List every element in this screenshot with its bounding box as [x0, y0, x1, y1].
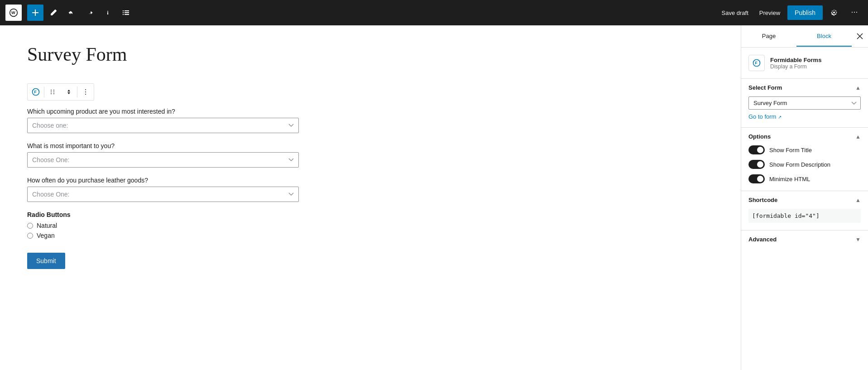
minimize-html-toggle[interactable] [748, 174, 765, 183]
advanced-section: Advanced ▼ [741, 231, 868, 248]
question-1-select[interactable]: Choose one: [27, 118, 299, 133]
shortcode-header[interactable]: Shortcode ▲ [741, 191, 868, 209]
radio-group: Radio Buttons Natural Vegan [27, 211, 299, 239]
radio-natural-label: Natural [37, 222, 57, 229]
settings-button[interactable] [826, 5, 843, 21]
toolbar-left: W [5, 5, 134, 21]
more-options-button[interactable] [846, 5, 863, 21]
radio-vegan-label: Vegan [37, 232, 55, 239]
show-form-title-label: Show Form Title [769, 147, 812, 154]
advanced-chevron: ▼ [855, 236, 861, 243]
options-body: Show Form Title Show Form Description Mi… [741, 145, 868, 191]
options-title: Options [748, 133, 771, 140]
wp-logo: W [5, 5, 22, 21]
question-2-label: What is most important to you? [27, 142, 299, 149]
radio-vegan-input[interactable] [27, 233, 33, 239]
question-1: Which upcoming product are you most inte… [27, 108, 299, 133]
block-icon: F [748, 55, 765, 71]
add-block-button[interactable] [27, 5, 43, 21]
more-block-options-button[interactable] [77, 84, 94, 100]
question-3-label: How often do you purchase leather goods? [27, 177, 299, 184]
options-section: Options ▲ Show Form Title Show Form Desc… [741, 128, 868, 191]
question-3-select[interactable]: Choose One: [27, 187, 299, 202]
options-chevron: ▲ [855, 134, 861, 140]
drag-handle[interactable] [44, 84, 61, 100]
radio-group-label: Radio Buttons [27, 211, 299, 218]
go-to-form-link[interactable]: Go to form ↗ [748, 113, 861, 120]
svg-point-8 [53, 90, 54, 91]
svg-point-5 [51, 90, 52, 91]
svg-text:F: F [755, 61, 758, 65]
form-container: Which upcoming product are you most inte… [27, 108, 299, 269]
svg-point-6 [51, 91, 52, 92]
preview-button[interactable]: Preview [756, 7, 784, 19]
block-type-button[interactable]: F [28, 84, 44, 100]
svg-text:F: F [34, 90, 37, 94]
show-form-desc-toggle[interactable] [748, 160, 765, 169]
svg-point-11 [85, 89, 86, 90]
go-to-form-label: Go to form [748, 113, 776, 120]
block-desc: Display a Form [770, 63, 821, 70]
options-header[interactable]: Options ▲ [741, 128, 868, 145]
shortcode-body: [formidable id="4"] [741, 209, 868, 230]
show-form-title-toggle[interactable] [748, 145, 765, 154]
toolbar-right: Save draft Preview Publish [718, 5, 863, 21]
shortcode-title: Shortcode [748, 197, 777, 203]
undo-button[interactable] [63, 5, 80, 21]
question-2: What is most important to you? Choose On… [27, 142, 299, 168]
select-form-header[interactable]: Select Form ▲ [741, 79, 868, 96]
question-3: How often do you purchase leather goods?… [27, 177, 299, 202]
main-area: Survey Form F Which upcoming product are… [0, 25, 868, 370]
advanced-header[interactable]: Advanced ▼ [741, 231, 868, 248]
select-form-chevron: ▲ [855, 85, 861, 91]
submit-button[interactable]: Submit [27, 253, 65, 269]
list-view-button[interactable] [118, 5, 134, 21]
shortcode-section: Shortcode ▲ [formidable id="4"] [741, 191, 868, 231]
block-info: F Formidable Forms Display a Form [741, 48, 868, 79]
question-2-select[interactable]: Choose One: [27, 152, 299, 168]
show-form-title-row: Show Form Title [748, 145, 861, 154]
svg-point-9 [53, 91, 54, 92]
question-1-label: Which upcoming product are you most inte… [27, 108, 299, 115]
save-draft-button[interactable]: Save draft [718, 7, 752, 19]
select-form-title: Select Form [748, 84, 782, 91]
select-form-dropdown[interactable]: Survey Form [748, 96, 861, 110]
edit-button[interactable] [45, 5, 62, 21]
radio-option-natural: Natural [27, 222, 299, 229]
svg-point-7 [51, 93, 52, 94]
editor-area: Survey Form F Which upcoming product are… [0, 25, 741, 370]
move-up-down-button[interactable] [61, 84, 77, 100]
shortcode-value: [formidable id="4"] [748, 209, 861, 223]
advanced-title: Advanced [748, 236, 777, 243]
svg-point-10 [53, 93, 54, 94]
show-form-desc-row: Show Form Description [748, 160, 861, 169]
radio-natural-input[interactable] [27, 223, 33, 229]
right-sidebar: Page Block F Formidable Forms Display a … [741, 25, 868, 370]
minimize-html-label: Minimize HTML [769, 176, 810, 183]
shortcode-chevron: ▲ [855, 197, 861, 203]
radio-option-vegan: Vegan [27, 232, 299, 239]
tab-block[interactable]: Block [796, 26, 852, 47]
main-toolbar: W Save draft Preview Publish [0, 0, 868, 25]
info-button[interactable] [100, 5, 116, 21]
svg-point-2 [107, 11, 108, 12]
page-title: Survey Form [27, 43, 714, 65]
block-name: Formidable Forms [770, 57, 821, 63]
block-toolbar: F [27, 83, 94, 101]
select-form-section: Select Form ▲ Survey Form Go to form ↗ [741, 79, 868, 128]
show-form-desc-label: Show Form Description [769, 161, 830, 168]
svg-point-13 [85, 94, 86, 95]
external-link-icon: ↗ [778, 115, 782, 120]
svg-text:W: W [11, 10, 15, 15]
block-info-text: Formidable Forms Display a Form [770, 57, 821, 70]
redo-button[interactable] [82, 5, 98, 21]
publish-button[interactable]: Publish [787, 5, 823, 20]
minimize-html-row: Minimize HTML [748, 174, 861, 183]
select-form-body: Survey Form Go to form ↗ [741, 96, 868, 127]
sidebar-tabs: Page Block [741, 25, 868, 48]
sidebar-close-button[interactable] [852, 25, 868, 47]
tab-page[interactable]: Page [741, 26, 796, 47]
svg-point-12 [85, 91, 86, 92]
